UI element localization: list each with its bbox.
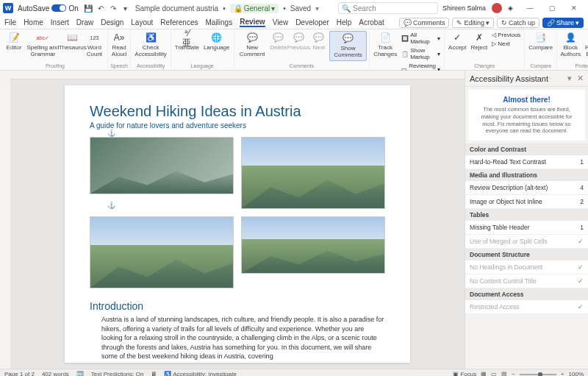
display-settings[interactable]: 🖥	[151, 371, 157, 376]
tab-acrobat[interactable]: Acrobat	[359, 18, 384, 26]
editor-button[interactable]: 📝Editor	[5, 31, 23, 53]
tab-file[interactable]: File	[4, 18, 16, 26]
sensitivity-badge[interactable]: 🔒 General ▾	[230, 4, 279, 13]
share-button[interactable]: 🔗 Share ▾	[542, 18, 584, 28]
editing-button[interactable]: ✎ Editing ▾	[452, 18, 494, 28]
maximize-button[interactable]: ▢	[541, 0, 563, 16]
autosave-toggle[interactable]: AutoSave On	[18, 4, 79, 13]
tab-insert[interactable]: Insert	[51, 18, 69, 26]
translate-button[interactable]: ᵃ⁄亜Translate	[173, 31, 201, 53]
prev-change-button[interactable]: ◁ Previous	[490, 31, 522, 39]
issue-row[interactable]: No Headings in Document✓	[465, 260, 588, 274]
compare-button[interactable]: 📑Compare	[527, 31, 554, 53]
show-comments-button[interactable]: 💬Show Comments	[329, 31, 367, 61]
block-authors-button[interactable]: 👤Block Authors	[559, 31, 581, 60]
language-status[interactable]: 🔤	[76, 371, 84, 376]
accept-button[interactable]: ✓Accept	[447, 31, 467, 53]
issue-row[interactable]: Hard-to-Read Text Contrast1	[465, 155, 588, 169]
tab-review[interactable]: Review	[240, 18, 265, 27]
tab-references[interactable]: References	[160, 18, 198, 26]
avatar[interactable]	[492, 3, 502, 13]
tab-help[interactable]: Help	[337, 18, 352, 26]
undo-icon[interactable]: ↶	[96, 3, 106, 13]
redo-icon[interactable]: ↷	[108, 3, 118, 13]
doc-subtitle[interactable]: A guide for nature lovers and adventure …	[90, 121, 385, 130]
page-indicator[interactable]: Page 1 of 2	[4, 371, 35, 376]
search-input[interactable]: 🔍 Search	[338, 2, 438, 14]
banner-title: Almost there!	[474, 96, 579, 104]
user-name[interactable]: Shireen Salma	[442, 4, 486, 12]
check-icon: ✓	[578, 238, 584, 245]
tab-design[interactable]: Design	[101, 18, 123, 26]
issue-row[interactable]: Missing Table Header1	[465, 221, 588, 235]
zoom-level[interactable]: 100%	[569, 371, 584, 376]
delete-comment-button[interactable]: 💬Delete	[270, 31, 287, 53]
document-page[interactable]: Weekend Hiking Ideas in Austria A guide …	[65, 85, 410, 363]
readaloud-button[interactable]: A»Read Aloud	[110, 31, 128, 60]
document-title[interactable]: Sample document austria	[135, 4, 218, 13]
spelling-button[interactable]: abc✓Spelling and Grammar	[24, 31, 62, 60]
track-changes-button[interactable]: 📄Track Changes	[372, 31, 398, 60]
group-proofing: Proofing	[46, 63, 65, 68]
section-heading[interactable]: Introduction	[90, 300, 385, 312]
tab-layout[interactable]: Layout	[131, 18, 153, 26]
group-comments: Comments	[289, 63, 314, 68]
prev-comment-button[interactable]: 💬Previous	[289, 31, 309, 53]
tab-home[interactable]: Home	[24, 18, 43, 26]
issue-label: No Content Control Title	[470, 277, 537, 285]
accessibility-status[interactable]: ♿ Accessibility: Investigate	[164, 371, 236, 376]
view-print-icon[interactable]: ▦	[481, 371, 487, 376]
catchup-button[interactable]: ↻ Catch up	[497, 18, 539, 28]
markup-dropdown[interactable]: 🔲 All Markup ▾	[400, 31, 442, 46]
anchor-icon: ⚓	[107, 202, 115, 209]
issue-row[interactable]: Image or Object Not Inline2	[465, 195, 588, 209]
tab-mailings[interactable]: Mailings	[205, 18, 232, 26]
save-icon[interactable]: 💾	[83, 3, 93, 13]
tab-view[interactable]: View	[273, 18, 289, 26]
zoom-out-icon[interactable]: −	[512, 371, 515, 376]
language-button[interactable]: 🌐Language	[202, 31, 232, 53]
issue-row[interactable]: No Content Control Title✓	[465, 274, 588, 288]
restrict-button[interactable]: 🔒Restrict Editing	[583, 31, 588, 60]
focus-mode[interactable]: ▣ Focus	[453, 371, 476, 376]
next-comment-button[interactable]: 💬Next	[310, 31, 328, 53]
issue-row[interactable]: Review Description (alt-text)4	[465, 181, 588, 195]
zoom-slider[interactable]	[520, 374, 556, 375]
text-predictions[interactable]: Text Predictions: On	[91, 371, 144, 376]
image-alpine-valley[interactable]	[90, 216, 234, 288]
minimize-button[interactable]: —	[519, 0, 541, 16]
view-web-icon[interactable]: ▨	[501, 371, 507, 376]
issue-row[interactable]: Restricted Access✓	[465, 300, 588, 314]
new-comment-button[interactable]: 💬New Comment	[237, 31, 268, 60]
qat-dropdown-icon[interactable]: ▾	[121, 3, 131, 13]
image-hiker-summit[interactable]	[241, 137, 385, 209]
abc-icon: abc✓	[37, 32, 49, 44]
word-count[interactable]: 402 words	[42, 371, 69, 376]
issue-label: No Headings in Document	[470, 263, 542, 271]
group-protect: Protect	[575, 63, 588, 68]
panel-close-icon[interactable]: ✕	[577, 74, 584, 82]
panel-dropdown-icon[interactable]: ▾	[567, 74, 572, 82]
check-accessibility-button[interactable]: ♿Check Accessibility	[133, 31, 168, 60]
title-bar: W AutoSave On 💾 ↶ ↷ ▾ Sample document au…	[0, 0, 588, 16]
close-button[interactable]: ✕	[563, 0, 585, 16]
show-markup-button[interactable]: 📋 Show Markup ▾	[400, 46, 442, 61]
image-green-ridge[interactable]	[241, 216, 385, 274]
reject-button[interactable]: ✗Reject	[470, 31, 490, 53]
image-hiking-boots[interactable]	[90, 137, 234, 194]
tab-draw[interactable]: Draw	[76, 18, 93, 26]
issue-row[interactable]: Use of Merged or Split Cells✓	[465, 235, 588, 249]
view-read-icon[interactable]: ▭	[491, 371, 497, 376]
group-language: Language	[191, 63, 214, 68]
wordcount-button[interactable]: 123Word Count	[84, 31, 105, 60]
comments-button[interactable]: 💬 Comments	[399, 18, 450, 28]
next-change-button[interactable]: ▷ Next	[490, 40, 522, 48]
thesaurus-button[interactable]: 📖Thesaurus	[63, 31, 82, 53]
diamond-icon[interactable]: ◈	[508, 4, 513, 12]
document-area: ⚓ ⚓ Weekend Hiking Ideas in Austria A gu…	[10, 71, 465, 369]
body-paragraph[interactable]: Austria is a land of stunning landscapes…	[90, 315, 385, 361]
zoom-in-icon[interactable]: +	[561, 371, 564, 376]
tab-developer[interactable]: Developer	[295, 18, 329, 26]
toggle-icon[interactable]	[51, 4, 66, 12]
doc-heading[interactable]: Weekend Hiking Ideas in Austria	[90, 103, 385, 120]
